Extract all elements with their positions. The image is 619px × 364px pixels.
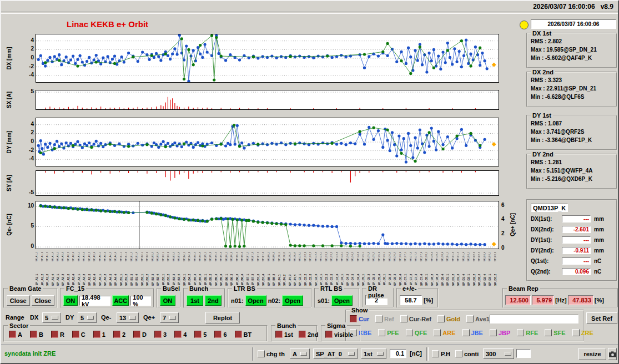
checkbox-item-r[interactable]: R (51, 331, 64, 338)
checkbox[interactable] (466, 315, 474, 322)
checkbox[interactable] (572, 329, 580, 336)
bunch-mode-select[interactable]: 1st (361, 348, 386, 359)
monitor-select[interactable]: SP_AT_0 (313, 348, 358, 359)
checkbox-item-zre[interactable]: ZRE (572, 329, 593, 336)
checkbox[interactable] (432, 350, 439, 357)
checkbox[interactable] (93, 331, 100, 338)
replot-button[interactable]: Replot (205, 312, 240, 323)
checkbox-item-3[interactable]: 3 (154, 331, 167, 338)
blank-field[interactable] (516, 349, 531, 358)
checkbox[interactable] (30, 331, 37, 338)
checkbox-label: SFE (553, 330, 565, 336)
monitor-tick-label: SP_34_1 (278, 261, 283, 286)
checkbox-item-c[interactable]: C (72, 331, 85, 338)
checkbox[interactable] (9, 331, 16, 338)
monitor-tick-label: SP_C3_1 (320, 261, 325, 286)
interval-select[interactable]: 300 (483, 348, 514, 359)
checkbox[interactable] (545, 329, 552, 336)
bunch-1st-button[interactable]: 1st (187, 295, 203, 306)
range-dx-select[interactable]: 5 (42, 312, 61, 323)
checkbox-item-qfe[interactable]: QFE (406, 329, 427, 336)
checkbox-item-gold[interactable]: Gold (437, 315, 460, 322)
s01-open-button[interactable]: Open (331, 295, 353, 306)
checkbox[interactable] (113, 331, 120, 338)
fc15-acc-button[interactable]: ACC (112, 295, 129, 306)
checkbox[interactable] (299, 331, 306, 338)
range-qe-minus-select[interactable]: 13 (117, 312, 139, 323)
checkbox[interactable] (437, 315, 445, 322)
plot-qe[interactable] (36, 201, 499, 249)
checkbox[interactable] (462, 329, 470, 336)
checkbox[interactable] (517, 329, 524, 336)
checkbox-item-rfe[interactable]: RFE (517, 329, 538, 336)
checkbox-item-a[interactable]: A (9, 331, 22, 338)
checkbox[interactable] (400, 315, 407, 322)
checkbox-item-bt[interactable]: BT (235, 331, 252, 338)
ref-file-input[interactable] (490, 315, 578, 323)
checkbox-item-1[interactable]: 1 (93, 331, 105, 338)
checkbox[interactable] (72, 331, 79, 338)
ph-checkbox-item[interactable]: P.H (432, 350, 450, 357)
conti-label: conti (464, 351, 479, 357)
monitor-tick-label: SP_A4_4 (114, 250, 119, 261)
checkbox[interactable] (350, 315, 357, 322)
set-ref-button[interactable]: Set Ref (586, 312, 617, 324)
checkbox-item-ave10[interactable]: Ave10 (466, 315, 493, 322)
checkbox[interactable] (490, 329, 497, 336)
checkbox-item-d[interactable]: D (133, 331, 147, 338)
range-qe-plus-select[interactable]: 7 (160, 312, 179, 323)
checkbox-item-sfe[interactable]: SFE (545, 329, 565, 336)
checkbox[interactable] (235, 331, 242, 338)
checkbox[interactable] (258, 350, 265, 357)
checkbox[interactable] (214, 331, 222, 338)
checkbox[interactable] (133, 331, 140, 338)
n01-open-button[interactable]: Open (245, 295, 266, 306)
checkbox-item-jbp[interactable]: JBP (490, 329, 510, 336)
sector-select[interactable]: A (290, 348, 310, 359)
plot-dy[interactable] (36, 118, 499, 166)
checkbox-item-b[interactable]: B (30, 331, 43, 338)
snapshot-button[interactable] (608, 348, 617, 360)
checkbox[interactable] (275, 331, 283, 338)
checkbox-item-jbe[interactable]: JBE (462, 329, 483, 336)
checkbox[interactable] (455, 350, 462, 357)
conti-checkbox-item[interactable]: conti (455, 350, 479, 357)
selected-monitor-name[interactable]: QMD13P_K (531, 204, 568, 212)
resize-button[interactable]: resize (578, 348, 606, 360)
plot-sx[interactable] (36, 90, 499, 110)
beam-gate-close-button-1[interactable]: Close (7, 295, 30, 306)
range-dy-select[interactable]: 5 (78, 312, 97, 323)
checkbox[interactable] (434, 329, 441, 336)
checkbox-item-ref[interactable]: Ref (375, 315, 394, 322)
checkbox-item-visible[interactable]: visible (325, 331, 353, 338)
checkbox-item-pfe[interactable]: PFE (378, 329, 399, 336)
n02-open-button[interactable]: Open (282, 295, 303, 306)
busel-on-button[interactable]: ON (160, 295, 175, 306)
checkbox[interactable] (325, 331, 333, 338)
checkbox[interactable] (51, 331, 58, 338)
checkbox-item-cur[interactable]: Cur (350, 315, 369, 322)
checkbox-item-cur-ref[interactable]: Cur-Ref (400, 315, 431, 322)
checkbox[interactable] (375, 315, 383, 322)
chg-th-checkbox-item[interactable]: chg th (258, 350, 285, 357)
threshold-field[interactable]: 0.1 (390, 349, 406, 358)
checkbox-item-5[interactable]: 5 (194, 331, 207, 338)
checkbox-item-6[interactable]: 6 (214, 331, 227, 338)
bunch-2nd-button[interactable]: 2nd (205, 295, 222, 306)
plot-dx[interactable] (36, 34, 499, 83)
beam-gate-close-button-2[interactable]: Close (32, 295, 55, 306)
checkbox[interactable] (174, 331, 182, 338)
fc15-on-button[interactable]: ON (63, 295, 78, 306)
plot-sy[interactable] (36, 170, 499, 196)
checkbox-item-1st[interactable]: 1st (275, 331, 293, 338)
checkbox[interactable] (406, 329, 413, 336)
checkbox-item-2[interactable]: 2 (113, 331, 125, 338)
checkbox-item-4[interactable]: 4 (174, 331, 187, 338)
monitor-tick-label: SP_C7_2 (410, 261, 415, 286)
checkbox-item-are[interactable]: ARE (434, 329, 455, 336)
checkbox[interactable] (154, 331, 162, 338)
checkbox[interactable] (378, 329, 385, 336)
stat-rms: RMS : 2.802 (527, 37, 616, 46)
checkbox[interactable] (194, 331, 202, 338)
checkbox-item-2nd[interactable]: 2nd (299, 331, 319, 338)
